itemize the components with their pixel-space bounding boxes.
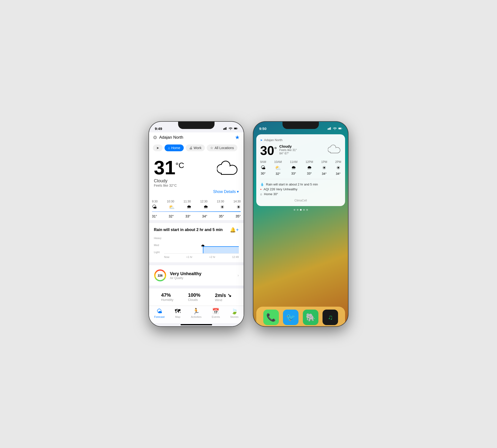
rain-x-1hr: +1 hr [186,256,192,258]
widget-condition: Cloudy [279,144,328,148]
widget-h-time-4: 1PM [321,160,327,164]
tab-gps[interactable]: ➤ [153,144,163,151]
weather-main: 31 °C Cloudy Feels like 32°C Show [149,154,244,199]
aqi-detail-icon: ● [260,188,262,191]
nav-activities[interactable]: 🏃 Activities [191,308,201,318]
rain-y-labels: Heavy Med Light [154,237,163,254]
h-time-4: 13:30 [217,200,224,203]
rain-y-heavy: Heavy [154,237,163,240]
widget-detail-aqi: ● AQI 226 Very Unhealthy [260,187,341,191]
location-tabs: ➤ ⌂ Home 🖨 Work ☆ All Locations [149,143,244,154]
widget-footer: ClimaCell [260,199,341,202]
h-icon-1: ⛅ [169,204,175,210]
status-time-1: 9:49 [155,127,162,131]
rain-chart-area: 🌧 [164,237,239,254]
svg-point-14 [335,129,335,130]
phone-2-screen: 9:50 [253,122,348,326]
nav-forecast[interactable]: 🌤 Forecast [154,308,165,318]
widget-location-name: Adajan North [264,138,282,142]
widget-condition-block: Cloudy Feels like 31° 84° 67° [277,144,328,155]
tab-all-label: All Locations [215,146,234,150]
temp-display-row: 31 °C [154,158,184,177]
show-details-btn[interactable]: Show Details ▾ [154,187,239,195]
widget-h-icon-0: 🌤 [261,165,265,170]
stories-nav-icon: 🍃 [231,308,238,315]
screen-spacer [253,211,348,307]
stat-clouds-label: Clouds [188,298,200,302]
temp-left: 31 °C Cloudy Feels like 32°C [154,158,184,187]
widget-h-temp-4: 34° [322,172,327,176]
bottom-nav: 🌤 Forecast 🗺 Map 🏃 Activities 📅 Events [149,306,244,323]
widget-h-time-3: 12PM [306,160,313,164]
widget-hour-3: 12PM 🌧 33° [306,160,313,176]
svg-rect-13 [330,127,331,130]
nav-stories[interactable]: 🍃 Stories [230,308,239,318]
widget-minmax: 84° 67° [279,152,328,155]
rain-title: Rain will start in about 2 hr and 5 min [154,228,223,232]
twitter-app-icon: 🐦 [286,313,296,322]
widget-detail-rain: 💧 Rain will start in about 2 hr and 5 mi… [260,183,341,186]
status-icons-1 [223,127,238,130]
dot-4 [306,209,308,211]
battery-icon-2 [338,127,342,130]
tab-work[interactable]: 🖨 Work [186,144,205,151]
widget-h-icon-5: ☀ [336,165,341,171]
weather-widget: ➤ Adajan North 30 ° Cloudy [256,134,345,206]
svg-rect-16 [339,128,341,129]
phones-container: 9:49 [149,122,348,326]
h-temp-4: 35° [219,214,224,218]
stat-wind: 2m/s ↘ Wind [215,292,232,302]
rain-x-now: Now [164,256,169,258]
widget-h-icon-2: 🌧 [291,165,296,170]
h-time-2: 11:30 [184,200,191,203]
svg-rect-3 [226,127,227,130]
temp-unit: °C [175,161,184,170]
favorite-icon[interactable]: ★ [235,134,240,141]
notification-bell-icon[interactable]: 🔔+ [230,227,239,233]
h-time-1: 10:30 [167,200,174,203]
dock-app-twitter[interactable]: 🐦 [283,310,298,325]
settings-icon[interactable]: ⚙ [153,135,157,140]
tab-home[interactable]: ⌂ Home [165,144,184,151]
activities-nav-label: Activities [191,315,201,318]
stat-humidity: 47% Humidity [161,292,173,302]
phone-app-icon: 📞 [266,313,276,322]
events-nav-icon: 📅 [212,308,219,315]
evernote-app-icon: 🐘 [306,313,315,322]
h-temp-2: 33° [185,214,190,218]
tab-all[interactable]: ☆ All Locations [207,144,237,151]
aqi-info: Very Unhealthy Air Quality [170,271,201,280]
location-name: Adajan North [159,135,183,140]
widget-h-icon-4: ☀ [322,165,326,171]
dock-app-phone[interactable]: 📞 [263,310,279,325]
widget-h-temp-5: 34° [336,172,341,176]
forecast-nav-label: Forecast [154,315,165,318]
widget-temp-block: 30 ° [260,144,277,157]
hourly-times-row: 9:30 10:30 11:30 12:30 13:30 14:30 [149,200,244,203]
dock-app-evernote[interactable]: 🐘 [303,310,318,325]
h-temp-5: 35° [236,214,241,218]
signal-icon-2 [328,127,331,130]
h-temp-1: 32° [169,214,174,218]
phone-1-screen: 9:49 [149,122,244,326]
aqi-detail-text: AQI 226 Very Unhealthy [264,187,297,191]
svg-rect-0 [223,128,224,130]
h-icon-4: ☀ [220,204,224,210]
widget-h-temp-2: 33° [291,172,296,175]
rain-detail-icon: 💧 [260,183,264,186]
rain-x-labels: Now +1 hr +2 hr 12:49 [164,256,239,258]
nav-map[interactable]: 🗺 Map [175,308,181,318]
widget-h-time-5: 2PM [335,160,341,164]
rain-x-time: 12:49 [232,256,239,258]
home-detail-icon: ⌂ [260,192,262,196]
aqi-section[interactable]: 226 Very Unhealthy Air Quality › [149,265,244,286]
battery-icon [234,127,238,130]
svg-rect-6 [234,128,237,129]
nav-events[interactable]: 📅 Events [212,308,220,318]
wifi-icon-2 [333,127,337,130]
homescreen: ➤ Adajan North 30 ° Cloudy [253,132,348,326]
rain-bar [203,246,239,253]
svg-point-4 [230,129,231,130]
rain-y-med: Med [154,244,163,247]
dock-app-spotify[interactable]: ♫ [323,310,338,325]
